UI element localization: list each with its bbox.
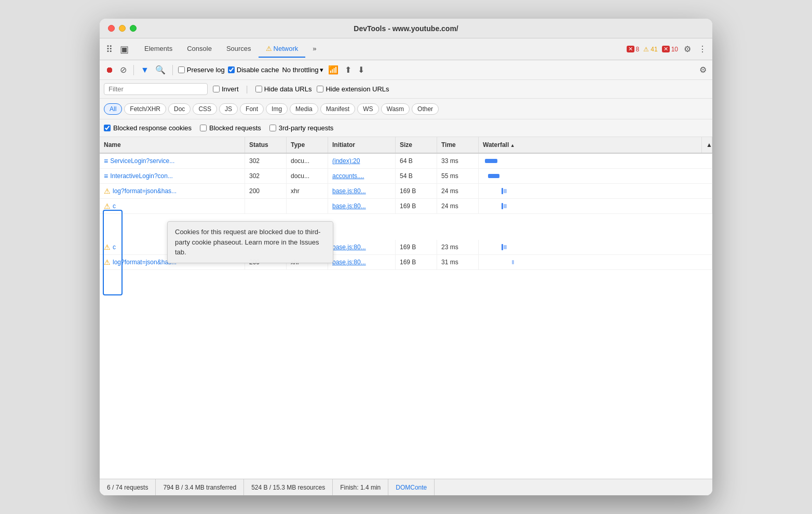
td-waterfall — [479, 240, 712, 254]
hide-data-urls-checkbox[interactable] — [255, 86, 262, 92]
th-waterfall[interactable]: Waterfall — [479, 137, 702, 153]
td-time: 55 ms — [437, 169, 479, 183]
blocked-requests-checkbox[interactable] — [200, 125, 207, 131]
tab-sources[interactable]: Sources — [219, 40, 259, 58]
blocked-response-cookies-label[interactable]: Blocked response cookies — [104, 124, 192, 132]
type-btn-ws[interactable]: WS — [357, 103, 378, 115]
doc-icon: ≡ — [104, 172, 108, 180]
td-waterfall — [479, 255, 712, 269]
table-row[interactable]: ≡ ServiceLogin?service... 302 docu... (i… — [100, 154, 712, 169]
throttle-chevron-icon: ▾ — [320, 66, 323, 74]
th-sort[interactable]: ▲ — [702, 137, 712, 153]
td-size: 169 B — [396, 255, 437, 269]
network-toolbar: ⏺ ⊘ ▼ 🔍 Preserve log Disable cache No th… — [100, 60, 712, 80]
td-status: 302 — [245, 154, 287, 168]
hide-data-urls-label[interactable]: Hide data URLs — [255, 85, 312, 93]
close-button[interactable] — [108, 25, 115, 32]
td-type — [287, 199, 328, 213]
td-size: 54 B — [396, 169, 437, 183]
devtools-tab-bar: ⠿ ▣ Elements Console Sources ⚠Network » … — [100, 38, 712, 60]
td-time: 23 ms — [437, 240, 479, 254]
export-icon[interactable]: ⬇ — [356, 63, 366, 76]
td-name: ≡ ServiceLogin?service... — [100, 154, 245, 168]
filter-icon[interactable]: ▼ — [139, 64, 151, 76]
blocked-response-cookies-checkbox[interactable] — [104, 125, 111, 131]
status-finish: Finish: 1.4 min — [333, 479, 388, 495]
import-icon[interactable]: ⬆ — [343, 63, 353, 76]
separator-1 — [133, 65, 134, 75]
type-btn-manifest[interactable]: Manifest — [320, 103, 355, 115]
hide-extension-urls-label[interactable]: Hide extension URLs — [317, 85, 389, 93]
type-btn-other[interactable]: Other — [412, 103, 439, 115]
type-btn-doc[interactable]: Doc — [168, 103, 191, 115]
type-btn-media[interactable]: Media — [290, 103, 318, 115]
th-time[interactable]: Time — [437, 137, 479, 153]
info-x-icon: ✕ — [662, 46, 670, 52]
filter-input-wrap — [104, 83, 208, 95]
th-type[interactable]: Type — [287, 137, 328, 153]
hide-extension-urls-checkbox[interactable] — [317, 86, 323, 92]
th-initiator[interactable]: Initiator — [328, 137, 396, 153]
th-size[interactable]: Size — [396, 137, 437, 153]
clear-icon[interactable]: ⊘ — [118, 63, 128, 76]
th-name[interactable]: Name — [100, 137, 245, 153]
warning-icon: ⚠ — [104, 243, 111, 251]
tab-network[interactable]: ⚠Network — [259, 40, 306, 58]
maximize-button[interactable] — [130, 25, 137, 32]
network-warning-icon: ⚠ — [266, 45, 272, 52]
device-icon[interactable]: ▣ — [118, 42, 131, 57]
type-btn-js[interactable]: JS — [219, 103, 238, 115]
third-party-requests-label[interactable]: 3rd-party requests — [269, 124, 334, 132]
window-title: DevTools - www.youtube.com/ — [354, 24, 458, 33]
invert-label[interactable]: Invert — [213, 85, 239, 93]
inspect-icon[interactable]: ⠿ — [104, 42, 115, 57]
type-btn-wasm[interactable]: Wasm — [381, 103, 410, 115]
wifi-icon[interactable]: 📶 — [327, 63, 340, 76]
type-btn-font[interactable]: Font — [240, 103, 264, 115]
type-btn-css[interactable]: CSS — [193, 103, 217, 115]
title-bar: DevTools - www.youtube.com/ — [100, 19, 712, 38]
td-initiator: (index):20 — [328, 154, 396, 168]
network-settings-icon[interactable]: ⚙ — [698, 63, 708, 76]
th-status[interactable]: Status — [245, 137, 287, 153]
status-bar: 6 / 74 requests 794 B / 3.4 MB transferr… — [100, 479, 712, 495]
td-initiator: base.js:80... — [328, 255, 396, 269]
info-badge: ✕ 10 — [662, 46, 678, 53]
error-badge: ✕ 8 — [627, 46, 640, 53]
throttle-selector[interactable]: No throttling ▾ — [282, 66, 323, 74]
third-party-requests-checkbox[interactable] — [269, 125, 276, 131]
disable-cache-checkbox[interactable] — [228, 66, 235, 73]
td-name: ≡ InteractiveLogin?con... — [100, 169, 245, 183]
td-name: ⚠ c — [100, 199, 245, 213]
filter-input[interactable] — [104, 83, 208, 95]
blocked-requests-label[interactable]: Blocked requests — [200, 124, 261, 132]
tabs-right-badges: ✕ 8 ⚠ 41 ✕ 10 ⚙ ⋮ — [627, 43, 708, 56]
status-domcontent: DOMConte — [388, 479, 435, 495]
preserve-log-checkbox[interactable] — [178, 66, 185, 73]
table-row[interactable]: ≡ InteractiveLogin?con... 302 docu... ac… — [100, 169, 712, 184]
td-status: 200 — [245, 184, 287, 198]
minimize-button[interactable] — [119, 25, 126, 32]
table-body: ≡ ServiceLogin?service... 302 docu... (i… — [100, 154, 712, 479]
type-btn-fetch-xhr[interactable]: Fetch/XHR — [124, 103, 166, 115]
tab-console[interactable]: Console — [180, 40, 219, 58]
invert-checkbox[interactable] — [213, 86, 220, 92]
type-btn-all[interactable]: All — [104, 103, 122, 115]
table-row[interactable]: ⚠ c base.js:80... 169 B 24 ms — [100, 199, 712, 214]
more-options-icon[interactable]: ⋮ — [697, 43, 708, 56]
preserve-log-label[interactable]: Preserve log — [178, 66, 225, 74]
td-waterfall — [479, 184, 712, 198]
type-filter-row: All Fetch/XHR Doc CSS JS Font Img Media … — [100, 99, 712, 119]
disable-cache-label[interactable]: Disable cache — [228, 66, 279, 74]
search-icon[interactable]: 🔍 — [154, 63, 167, 76]
type-btn-img[interactable]: Img — [266, 103, 288, 115]
tab-elements[interactable]: Elements — [137, 40, 180, 58]
tab-more[interactable]: » — [305, 40, 323, 58]
td-name: ⚠ log?format=json&has... — [100, 184, 245, 198]
separator-3: | — [246, 85, 248, 94]
td-time: 24 ms — [437, 199, 479, 213]
table-row[interactable]: ⚠ log?format=json&has... 200 xhr base.js… — [100, 184, 712, 199]
record-stop-icon[interactable]: ⏺ — [104, 64, 115, 76]
settings-gear-icon[interactable]: ⚙ — [682, 43, 693, 56]
td-waterfall — [479, 169, 712, 183]
